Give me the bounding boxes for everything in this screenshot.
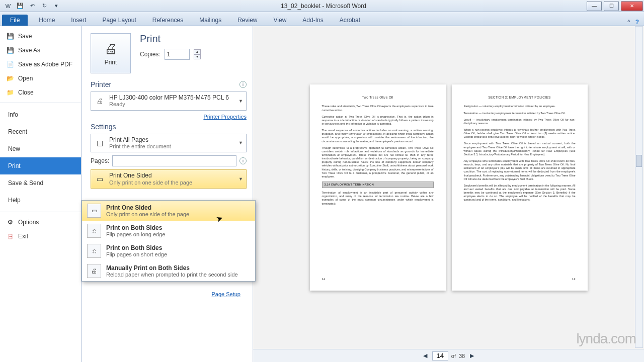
manual-duplex-icon: 🖨 — [87, 264, 101, 278]
tab-add-ins[interactable]: Add-Ins — [294, 15, 331, 26]
tab-view[interactable]: View — [266, 15, 295, 26]
nav-exit[interactable]: ⍈Exit — [0, 229, 81, 243]
nav-save[interactable]: 💾Save — [0, 29, 81, 43]
ribbon-help: ^ ? — [627, 19, 644, 26]
duplex-dropdown[interactable]: ▭ Print One Sided Only print on one side… — [91, 169, 247, 189]
duplex-option-long-edge[interactable]: ⎌ Print on Both SidesFlip pages on long … — [82, 221, 255, 241]
tab-mailings[interactable]: Mailings — [191, 15, 229, 26]
save-icon[interactable]: 💾 — [15, 2, 25, 11]
qat-dropdown-icon[interactable]: ▾ — [51, 2, 61, 11]
pages-scope-dropdown[interactable]: ▤ Print All Pages Print the entire docum… — [91, 134, 247, 153]
close-doc-icon: 📁 — [6, 88, 14, 97]
page-setup-link[interactable]: Page Setup — [212, 291, 241, 297]
printer-info-icon[interactable]: i — [239, 81, 247, 88]
page-number: 14 — [322, 278, 326, 282]
vertical-scrollbar[interactable] — [635, 26, 643, 348]
page-para: Any employee who terminates employment w… — [464, 159, 576, 181]
printer-properties-link[interactable]: Printer Properties — [203, 114, 247, 120]
page-para: Corrective action at Two Trees Olive Oil… — [322, 115, 434, 126]
pages-info-icon[interactable]: i — [239, 157, 247, 164]
next-page-button[interactable]: ▶ — [468, 352, 476, 359]
save-as-icon: 💾 — [6, 46, 14, 54]
window-title: 13_02_booklet - Microsoft Word — [61, 3, 586, 10]
tab-acrobat[interactable]: Acrobat — [332, 15, 368, 26]
undo-icon[interactable]: ↶ — [27, 2, 37, 11]
page-right-title: SECTION 3: EMPLOYMENT POLICIES — [464, 96, 576, 100]
ribbon: File Home Insert Page Layout References … — [0, 12, 644, 26]
window-controls: — ☐ ✕ — [586, 1, 644, 12]
pages-scope-sub: Print the entire document — [109, 143, 234, 150]
print-heading: Print — [140, 33, 201, 45]
word-icon[interactable]: W — [3, 2, 13, 11]
nav-save-adobe[interactable]: 📄Save as Adobe PDF — [0, 57, 81, 71]
titlebar: W 💾 ↶ ↻ ▾ 13_02_booklet - Microsoft Word… — [0, 0, 644, 12]
preview-page-right: SECTION 3: EMPLOYMENT POLICIES Resignati… — [452, 84, 588, 291]
page-para: Employee's benefits will be affected by … — [464, 184, 576, 202]
duplex-sel-title: Print One Sided — [109, 172, 234, 179]
page-para: When a non-exempt employee intends to te… — [464, 128, 576, 139]
total-pages: 38 — [459, 353, 465, 359]
pdf-icon: 📄 — [6, 60, 14, 68]
redo-icon[interactable]: ↻ — [39, 2, 49, 11]
page-para: Termination — involuntary employment ter… — [464, 112, 576, 115]
tab-references[interactable]: References — [144, 15, 191, 26]
current-page-input[interactable] — [432, 351, 448, 360]
ribbon-minimize-icon[interactable]: ^ — [627, 19, 630, 26]
printer-dropdown[interactable]: 🖨 HP LJ300-400 color MFP M375-M475 PCL 6… — [91, 92, 247, 111]
copies-input[interactable] — [165, 49, 190, 60]
pages-scope-title: Print All Pages — [109, 136, 234, 143]
options-icon: ⚙ — [6, 218, 14, 226]
page-para: Resignation — voluntary employment termi… — [464, 105, 576, 108]
page-para: These rules and standards, Two Trees Oli… — [322, 105, 434, 112]
print-button[interactable]: 🖨 Print — [91, 33, 131, 73]
tab-insert[interactable]: Insert — [63, 15, 94, 26]
nav-close[interactable]: 📁Close — [0, 85, 81, 100]
nav-print[interactable]: Print — [0, 157, 81, 174]
tab-page-layout[interactable]: Page Layout — [94, 15, 144, 26]
watermark: lynda.com — [576, 331, 636, 347]
prev-page-button[interactable]: ◀ — [421, 352, 429, 359]
help-icon[interactable]: ? — [635, 19, 639, 26]
quick-access-toolbar: W 💾 ↶ ↻ ▾ — [0, 2, 61, 11]
chevron-down-icon: ▼ — [238, 176, 243, 182]
page-para: Though committed to a progressive approa… — [322, 146, 434, 178]
duplex-option-short-edge[interactable]: ⎌ Print on Both SidesFlip pages on short… — [82, 241, 255, 261]
nav-info[interactable]: Info — [0, 106, 81, 123]
settings-section-label: Settings — [91, 123, 116, 131]
duplex-option-one-sided[interactable]: ▭ Print One SidedOnly print on one side … — [82, 201, 255, 221]
pages-input[interactable] — [112, 155, 236, 166]
printer-device-icon: 🖨 — [94, 96, 105, 107]
page-left-title: Two Trees Olive Oil — [322, 96, 434, 100]
maximize-button[interactable]: ☐ — [604, 1, 619, 11]
nav-save-send[interactable]: Save & Send — [0, 174, 81, 192]
minimize-button[interactable]: — — [587, 1, 602, 11]
tab-home[interactable]: Home — [31, 15, 63, 26]
page-para: The usual sequence of corrective actions… — [322, 129, 434, 143]
nav-new[interactable]: New — [0, 140, 81, 157]
nav-save-as[interactable]: 💾Save As — [0, 43, 81, 57]
printer-icon: 🖨 — [104, 41, 117, 57]
one-sided-icon: ▭ — [87, 204, 101, 218]
chevron-down-icon: ▼ — [238, 99, 243, 104]
nav-options[interactable]: ⚙Options — [0, 215, 81, 229]
exit-icon: ⍈ — [6, 232, 14, 240]
nav-help[interactable]: Help — [0, 192, 81, 209]
pages-label: Pages: — [91, 157, 109, 164]
long-edge-icon: ⎌ — [87, 224, 101, 238]
nav-open[interactable]: 📂Open — [0, 71, 81, 85]
copies-spinner[interactable]: ▴▾ — [194, 49, 201, 59]
print-panel: 🖨 Print Print Copies: ▴▾ Printer i 🖨 HP … — [82, 26, 253, 362]
duplex-icon: ▭ — [94, 173, 105, 185]
backstage-nav: 💾Save 💾Save As 📄Save as Adobe PDF 📂Open … — [0, 26, 82, 362]
page-para: Since employment with Two Trees Olive Oi… — [464, 142, 576, 156]
tab-review[interactable]: Review — [229, 15, 265, 26]
nav-recent[interactable]: Recent — [0, 123, 81, 140]
chevron-down-icon: ▼ — [238, 140, 243, 145]
open-icon: 📂 — [6, 74, 14, 82]
page-number: 13 — [572, 278, 576, 282]
tab-file[interactable]: File — [2, 15, 28, 26]
printer-name: HP LJ300-400 color MFP M375-M475 PCL 6 — [109, 94, 234, 101]
duplex-option-manual[interactable]: 🖨 Manually Print on Both SidesReload pap… — [82, 261, 255, 281]
close-button[interactable]: ✕ — [621, 1, 643, 11]
duplex-options-popup: ▭ Print One SidedOnly print on one side … — [82, 200, 256, 282]
